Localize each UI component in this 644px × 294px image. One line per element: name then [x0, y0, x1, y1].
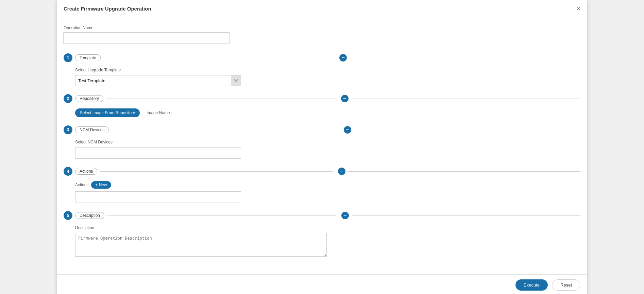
step-1-badge: Template: [75, 54, 101, 61]
step-5-section: 5 Description − Desciption: [64, 211, 580, 261]
step-5-badge: Description: [75, 212, 104, 219]
actions-input[interactable]: [75, 191, 241, 203]
step-1-line: [103, 58, 334, 58]
step-3-badge: NCM Devices: [75, 126, 109, 133]
step-4-circle: 4: [64, 167, 72, 176]
step-5-line: [107, 215, 336, 216]
step-4-collapse-btn[interactable]: −: [338, 168, 345, 175]
step-3-header: 3 NCM Devices −: [64, 125, 580, 134]
step-5-collapse-btn[interactable]: −: [341, 212, 349, 219]
step-1-collapse-btn[interactable]: −: [339, 54, 347, 62]
step-4-header: 4 Actions −: [64, 167, 580, 176]
operation-name-section: Operation Name: [64, 25, 580, 44]
reset-button[interactable]: Reset: [552, 279, 580, 291]
create-firmware-modal: Create Firmware Upgrade Operation × Oper…: [57, 0, 587, 294]
template-select[interactable]: Test Template: [75, 75, 231, 86]
step-3-section: 3 NCM Devices − Select NCM Devices: [64, 125, 580, 161]
step-3-line: [112, 130, 338, 130]
new-action-button[interactable]: + New: [91, 181, 111, 189]
step-5-content: Desciption: [64, 224, 580, 261]
step-5-header: 5 Description −: [64, 211, 580, 220]
step-1-section: 1 Template − Select Upgrade Template Tes…: [64, 53, 580, 89]
modal-footer: Execute Reset: [57, 274, 587, 294]
step-2-circle: 2: [64, 94, 72, 103]
modal-title: Create Firmware Upgrade Operation: [64, 6, 151, 12]
modal-body: Operation Name 1 Template − Select Upgra…: [57, 17, 587, 274]
image-name-label: Image Name :: [147, 110, 172, 115]
select-upgrade-template-label: Select Upgrade Template: [75, 68, 580, 72]
step-3-collapse-btn[interactable]: −: [344, 126, 351, 134]
step-2-line: [106, 99, 335, 99]
select-image-button[interactable]: Select Image From Repository: [75, 108, 140, 117]
step-5-circle: 5: [64, 211, 72, 220]
description-label: Desciption: [75, 225, 580, 230]
step-3-content: Select NCM Devices: [64, 138, 580, 161]
description-textarea[interactable]: [75, 233, 327, 257]
operation-name-input[interactable]: [64, 32, 230, 44]
ncm-devices-input[interactable]: [75, 147, 241, 159]
step-2-content: Select Image From Repository Image Name …: [64, 107, 580, 120]
modal-header: Create Firmware Upgrade Operation ×: [57, 0, 587, 17]
execute-button[interactable]: Execute: [515, 279, 548, 291]
step-2-header: 2 Repository −: [64, 94, 580, 103]
select-ncm-label: Select NCM Devices: [75, 140, 580, 144]
step-3-circle: 3: [64, 125, 72, 134]
template-select-wrapper: Test Template: [75, 75, 241, 86]
step-1-header: 1 Template −: [64, 53, 580, 62]
step-4-content: Actions + New: [64, 180, 580, 206]
repo-row: Select Image From Repository Image Name …: [75, 108, 580, 117]
close-button[interactable]: ×: [577, 5, 580, 12]
template-chevron-icon[interactable]: [231, 75, 241, 86]
step-4-line: [100, 171, 332, 172]
operation-name-label: Operation Name: [64, 25, 580, 30]
actions-label: Actions: [75, 183, 88, 187]
step-1-circle: 1: [64, 53, 72, 62]
step-4-badge: Actions: [75, 168, 97, 175]
step-1-content: Select Upgrade Template Test Template: [64, 66, 580, 89]
actions-row: Actions + New: [75, 181, 580, 189]
step-2-section: 2 Repository − Select Image From Reposit…: [64, 94, 580, 120]
step-2-collapse-btn[interactable]: −: [341, 95, 349, 102]
step-2-badge: Repository: [75, 95, 103, 102]
step-4-section: 4 Actions − Actions + New: [64, 167, 580, 206]
